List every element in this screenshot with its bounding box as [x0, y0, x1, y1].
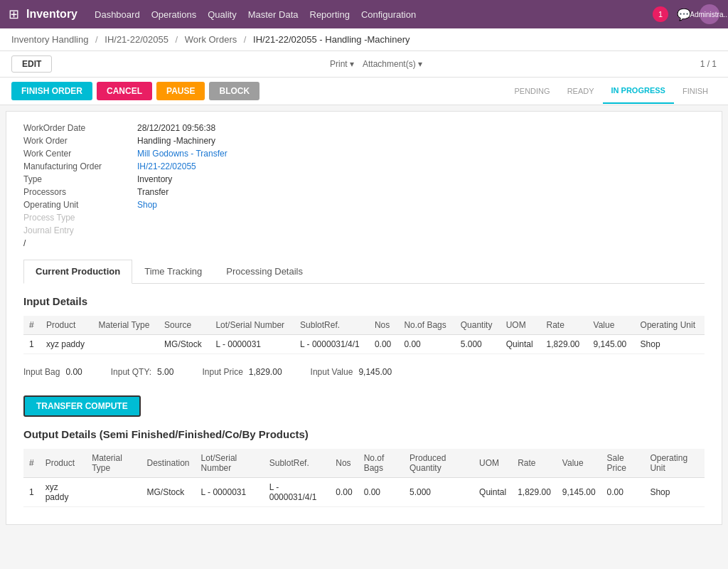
- workflow-bar: FINISH ORDER CANCEL PAUSE BLOCK PENDING …: [0, 78, 728, 105]
- sep3: /: [244, 34, 247, 45]
- cell-quantity: 5.000: [455, 335, 500, 354]
- breadcrumb-ih[interactable]: IH/21-22/02055: [105, 34, 168, 45]
- input-details-title: Input Details: [23, 295, 705, 307]
- cell-value: 9,145.00: [588, 335, 635, 354]
- col-uom: UOM: [500, 316, 541, 335]
- slash-value: /: [23, 238, 26, 248]
- print-button[interactable]: Print ▾: [330, 59, 354, 69]
- output-table-header: # Product Material Type Destination Lot/…: [23, 449, 705, 478]
- out-col-sublot-ref: SublotRef.: [264, 449, 331, 478]
- cell-destination: MG/Stock: [141, 478, 196, 507]
- cell-product: xyz paddy: [40, 478, 86, 507]
- work-order-value: Handling -Machinery: [137, 136, 215, 146]
- chat-icon[interactable]: 💬: [677, 8, 691, 21]
- tab-current-production[interactable]: Current Production: [23, 260, 132, 284]
- cell-no-of-bags: 0.00: [358, 478, 404, 507]
- col-operating-unit: Operating Unit: [635, 316, 705, 335]
- app-grid-icon[interactable]: ⊞: [9, 6, 19, 22]
- input-bag-label: Input Bag: [23, 367, 60, 377]
- action-bar-left: EDIT: [11, 55, 52, 73]
- finish-order-button[interactable]: FINISH ORDER: [11, 82, 92, 100]
- transfer-compute-button[interactable]: TRANSFER COMPUTE: [23, 395, 141, 417]
- nav-items: Dashboard Operations Quality Master Data…: [95, 9, 653, 20]
- col-num: #: [23, 316, 41, 335]
- nav-reporting[interactable]: Reporting: [310, 9, 350, 20]
- input-value-item: Input Value 9,145.00: [311, 367, 392, 377]
- cell-lot-serial: L - 0000031: [210, 335, 294, 354]
- table-row[interactable]: 1 xyz paddy MG/Stock L - 0000031 L - 000…: [23, 335, 705, 354]
- admin-avatar[interactable]: Administra...: [700, 4, 719, 24]
- attachments-button[interactable]: Attachment(s) ▾: [363, 59, 422, 69]
- col-no-of-bags: No.of Bags: [398, 316, 454, 335]
- work-order-date-row: WorkOrder Date 28/12/2021 09:56:38: [23, 123, 705, 133]
- input-qty-label: Input QTY:: [111, 367, 151, 377]
- cell-sublot-ref: L - 0000031/4/1: [294, 335, 369, 354]
- cell-rate: 1,829.00: [541, 335, 588, 354]
- print-attachments: Print ▾ Attachment(s) ▾: [330, 59, 422, 69]
- pause-button[interactable]: PAUSE: [156, 82, 205, 100]
- breadcrumb-work-orders[interactable]: Work Orders: [185, 34, 237, 45]
- breadcrumb-current: IH/21-22/02055 - Handling -Machinery: [253, 34, 410, 45]
- cell-material-type: [93, 335, 159, 354]
- app-name[interactable]: Inventory: [26, 8, 77, 21]
- cell-product: xyz paddy: [41, 335, 93, 354]
- table-row[interactable]: 1 xyz paddy MG/Stock L - 0000031 L - 000…: [23, 478, 705, 507]
- col-nos: Nos: [369, 316, 398, 335]
- type-label: Type: [23, 174, 137, 184]
- breadcrumb-inventory-handling[interactable]: Inventory Handling: [11, 34, 88, 45]
- breadcrumb: Inventory Handling / IH/21-22/02055 / Wo…: [0, 28, 728, 51]
- input-price-label: Input Price: [202, 367, 242, 377]
- transfer-compute-wrapper: TRANSFER COMPUTE: [23, 395, 705, 417]
- process-type-row: Process Type: [23, 213, 705, 223]
- page-counter: 1 / 1: [700, 59, 717, 69]
- col-rate: Rate: [541, 316, 588, 335]
- sep1: /: [95, 34, 98, 45]
- input-qty-value: 5.00: [157, 367, 173, 377]
- out-col-num: #: [23, 449, 40, 478]
- nav-quality[interactable]: Quality: [208, 9, 236, 20]
- workflow-buttons: FINISH ORDER CANCEL PAUSE BLOCK: [11, 78, 259, 105]
- cell-no-of-bags: 0.00: [398, 335, 454, 354]
- tabs: Current Production Time Tracking Process…: [23, 260, 705, 284]
- nav-operations[interactable]: Operations: [151, 9, 197, 20]
- col-sublot-ref: SublotRef.: [294, 316, 369, 335]
- status-ready: READY: [559, 87, 603, 95]
- status-steps: PENDING READY IN PROGRESS FINISH: [506, 78, 717, 104]
- manufacturing-order-value[interactable]: IH/21-22/02055: [137, 161, 196, 171]
- out-col-nos: Nos: [330, 449, 358, 478]
- tab-processing-details[interactable]: Processing Details: [214, 260, 315, 283]
- sep2: /: [176, 34, 178, 45]
- processors-label: Processors: [23, 187, 137, 197]
- main-content: WorkOrder Date 28/12/2021 09:56:38 Work …: [6, 111, 722, 525]
- journal-entry-label: Journal Entry: [23, 225, 137, 235]
- block-button[interactable]: BLOCK: [209, 82, 259, 100]
- notification-badge[interactable]: 1: [653, 6, 668, 22]
- cell-uom: Quintal: [473, 478, 512, 507]
- work-center-value[interactable]: Mill Godowns - Transfer: [137, 149, 228, 159]
- input-qty-item: Input QTY: 5.00: [111, 367, 174, 377]
- slash-row: /: [23, 238, 705, 248]
- cell-material-type: [86, 478, 141, 507]
- operating-unit-value[interactable]: Shop: [137, 200, 157, 210]
- nav-master-data[interactable]: Master Data: [248, 9, 299, 20]
- cell-nos: 0.00: [369, 335, 398, 354]
- work-order-label: Work Order: [23, 136, 137, 146]
- out-col-uom: UOM: [473, 449, 512, 478]
- col-quantity: Quantity: [455, 316, 500, 335]
- nav-dashboard[interactable]: Dashboard: [95, 9, 140, 20]
- col-lot-serial: Lot/Serial Number: [210, 316, 294, 335]
- out-col-destination: Destination: [141, 449, 196, 478]
- out-col-no-of-bags: No.of Bags: [358, 449, 404, 478]
- cancel-button[interactable]: CANCEL: [97, 82, 152, 100]
- type-value: Inventory: [137, 174, 172, 184]
- work-order-date-value: 28/12/2021 09:56:38: [137, 123, 215, 133]
- nav-configuration[interactable]: Configuration: [361, 9, 416, 20]
- cell-operating-unit: Shop: [644, 478, 705, 507]
- edit-button[interactable]: EDIT: [11, 55, 52, 73]
- input-summary: Input Bag 0.00 Input QTY: 5.00 Input Pri…: [23, 360, 705, 384]
- out-col-material-type: Material Type: [86, 449, 141, 478]
- cell-source: MG/Stock: [159, 335, 210, 354]
- operating-unit-row: Operating Unit Shop: [23, 200, 705, 210]
- tab-time-tracking[interactable]: Time Tracking: [132, 260, 214, 283]
- journal-entry-row: Journal Entry: [23, 225, 705, 235]
